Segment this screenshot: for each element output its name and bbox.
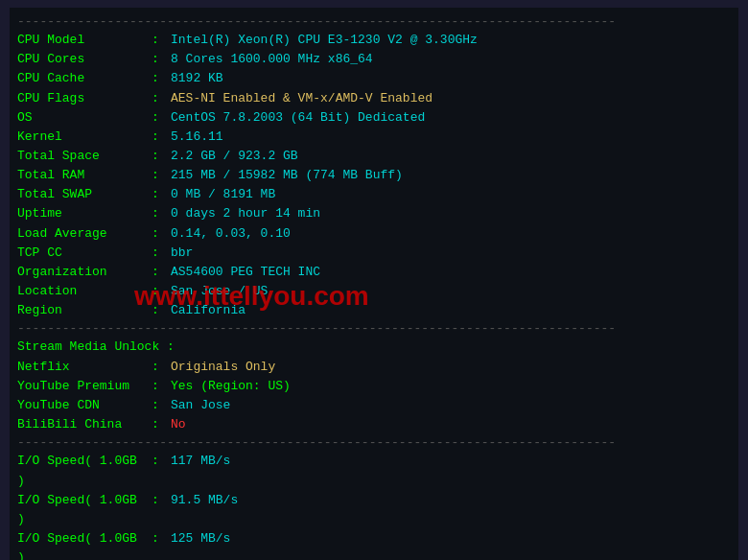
location-value: San Jose / US <box>171 282 268 301</box>
total-space-value: 2.2 GB / 923.2 GB <box>171 147 298 166</box>
divider-2: ----------------------------------------… <box>17 434 731 452</box>
io-speed-2-value: 91.5 MB/s <box>171 491 238 529</box>
load-average-label: Load Average <box>17 224 152 244</box>
io-speed-1-label: I/O Speed( 1.0GB ) <box>17 452 152 490</box>
total-ram-row: Total RAM : 215 MB / 15982 MB (774 MB Bu… <box>17 166 731 185</box>
organization-row: Organization : AS54600 PEG TECH INC <box>17 263 731 282</box>
total-swap-value: 0 MB / 8191 MB <box>171 185 275 204</box>
cpu-flags-value: AES-NI Enabled & VM-x/AMD-V Enabled <box>171 89 432 108</box>
io-speed-3-value: 125 MB/s <box>171 529 230 560</box>
youtube-cdn-value: San Jose <box>171 396 230 415</box>
total-space-label: Total Space <box>17 147 152 166</box>
os-label: OS <box>17 108 152 128</box>
io-speed-section: I/O Speed( 1.0GB ) : 117 MB/s I/O Speed(… <box>17 452 731 560</box>
netflix-value: Originals Only <box>171 358 275 377</box>
cpu-flags-row: CPU Flags : AES-NI Enabled & VM-x/AMD-V … <box>17 89 731 108</box>
tcp-cc-row: TCP CC : bbr <box>17 244 731 263</box>
tcp-cc-value: bbr <box>171 244 193 263</box>
system-info-section: CPU Model : Intel(R) Xeon(R) CPU E3-1230… <box>17 31 731 320</box>
total-space-row: Total Space : 2.2 GB / 923.2 GB <box>17 147 731 166</box>
os-value: CentOS 7.8.2003 (64 Bit) Dedicated <box>171 108 425 128</box>
stream-media-section: Stream Media Unlock : Netflix : Original… <box>17 338 731 434</box>
kernel-value: 5.16.11 <box>171 128 223 147</box>
os-row: OS : CentOS 7.8.2003 (64 Bit) Dedicated <box>17 108 731 128</box>
region-value: California <box>171 301 245 320</box>
uptime-label: Uptime <box>17 204 152 223</box>
load-average-row: Load Average : 0.14, 0.03, 0.10 <box>17 224 731 244</box>
cpu-cache-label: CPU Cache <box>17 69 152 88</box>
location-label: Location <box>17 282 152 301</box>
netflix-row: Netflix : Originals Only <box>17 358 731 377</box>
bilibili-label: BiliBili China <box>17 415 152 434</box>
io-speed-3-label: I/O Speed( 1.0GB ) <box>17 529 152 560</box>
stream-media-header: Stream Media Unlock : <box>17 338 731 357</box>
cpu-cores-row: CPU Cores : 8 Cores 1600.000 MHz x86_64 <box>17 50 731 69</box>
total-swap-label: Total SWAP <box>17 185 152 204</box>
youtube-premium-row: YouTube Premium : Yes (Region: US) <box>17 377 731 396</box>
youtube-cdn-label: YouTube CDN <box>17 396 152 415</box>
tcp-cc-label: TCP CC <box>17 244 152 263</box>
cpu-model-value: Intel(R) Xeon(R) CPU E3-1230 V2 @ 3.30GH… <box>171 31 478 50</box>
youtube-premium-label: YouTube Premium <box>17 377 152 396</box>
cpu-cache-value: 8192 KB <box>171 69 223 88</box>
location-row: Location : San Jose / US <box>17 282 731 301</box>
total-swap-row: Total SWAP : 0 MB / 8191 MB <box>17 185 731 204</box>
uptime-value: 0 days 2 hour 14 min <box>171 204 320 223</box>
io-speed-1-row: I/O Speed( 1.0GB ) : 117 MB/s <box>17 452 731 490</box>
region-label: Region <box>17 301 152 320</box>
io-speed-1-value: 117 MB/s <box>171 452 230 490</box>
cpu-model-label: CPU Model <box>17 31 152 50</box>
region-row: Region : California <box>17 301 731 320</box>
cpu-cores-label: CPU Cores <box>17 50 152 69</box>
bilibili-row: BiliBili China : No <box>17 415 731 434</box>
total-ram-value: 215 MB / 15982 MB (774 MB Buff) <box>171 166 403 185</box>
cpu-cache-row: CPU Cache : 8192 KB <box>17 69 731 88</box>
cpu-model-row: CPU Model : Intel(R) Xeon(R) CPU E3-1230… <box>17 31 731 50</box>
total-ram-label: Total RAM <box>17 166 152 185</box>
divider-1: ----------------------------------------… <box>17 320 731 338</box>
divider-top: ----------------------------------------… <box>17 13 731 31</box>
uptime-row: Uptime : 0 days 2 hour 14 min <box>17 204 731 223</box>
load-average-value: 0.14, 0.03, 0.10 <box>171 224 291 244</box>
io-speed-3-row: I/O Speed( 1.0GB ) : 125 MB/s <box>17 529 731 560</box>
cpu-cores-value: 8 Cores 1600.000 MHz x86_64 <box>171 50 373 69</box>
io-speed-2-row: I/O Speed( 1.0GB ) : 91.5 MB/s <box>17 491 731 529</box>
youtube-premium-value: Yes (Region: US) <box>171 377 291 396</box>
youtube-cdn-row: YouTube CDN : San Jose <box>17 396 731 415</box>
bilibili-value: No <box>171 415 186 434</box>
kernel-label: Kernel <box>17 128 152 147</box>
netflix-label: Netflix <box>17 358 152 377</box>
kernel-row: Kernel : 5.16.11 <box>17 128 731 147</box>
organization-value: AS54600 PEG TECH INC <box>171 263 320 282</box>
cpu-flags-label: CPU Flags <box>17 89 152 108</box>
terminal: ----------------------------------------… <box>10 8 738 560</box>
io-speed-2-label: I/O Speed( 1.0GB ) <box>17 491 152 529</box>
organization-label: Organization <box>17 263 152 282</box>
